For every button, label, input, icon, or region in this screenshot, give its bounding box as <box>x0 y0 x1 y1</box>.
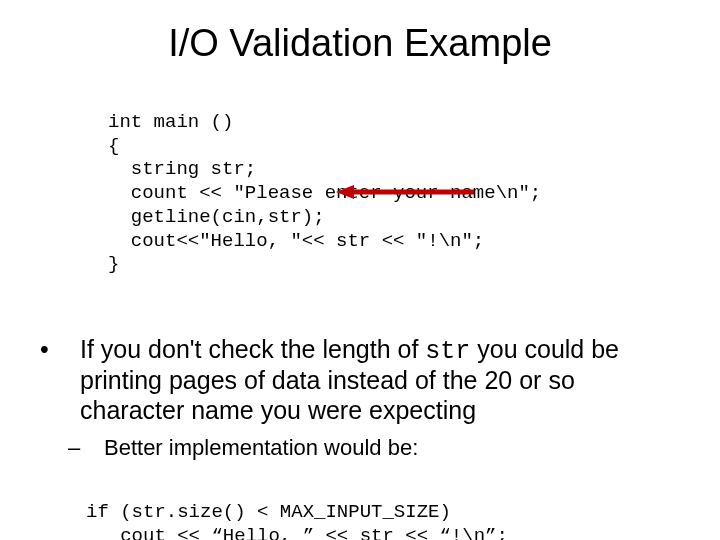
code-line: cout << “Hello, ” << str << “!\n”; <box>86 525 508 540</box>
bullet-list: •If you don't check the length of str yo… <box>30 335 690 462</box>
bullet-text: Better implementation would be: <box>104 435 418 460</box>
code-line: int main () <box>108 111 233 133</box>
code-line: count << "Please enter your name\n"; <box>108 182 541 204</box>
code-block-fix: if (str.size() < MAX_INPUT_SIZE) cout <<… <box>86 477 690 540</box>
bullet-item-1: •If you don't check the length of str yo… <box>60 335 680 426</box>
code-line: { <box>108 135 119 157</box>
bullet-dot-icon: • <box>60 335 80 365</box>
bullet-text: If you don't check the length of <box>80 335 425 363</box>
code-line: if (str.size() < MAX_INPUT_SIZE) <box>86 501 451 523</box>
bullet-item-2: –Better implementation would be: <box>86 435 680 461</box>
slide-title: I/O Validation Example <box>30 22 690 65</box>
slide: I/O Validation Example int main () { str… <box>0 0 720 540</box>
code-line: cout<<"Hello, "<< str << "!\n"; <box>108 230 484 252</box>
bullet-dash-icon: – <box>86 435 104 461</box>
code-line: } <box>108 253 119 275</box>
code-block-main: int main () { string str; count << "Plea… <box>108 87 690 325</box>
code-line: getline(cin,str); <box>108 206 325 228</box>
code-line: string str; <box>108 158 256 180</box>
bullet-text-mono: str <box>425 337 470 366</box>
